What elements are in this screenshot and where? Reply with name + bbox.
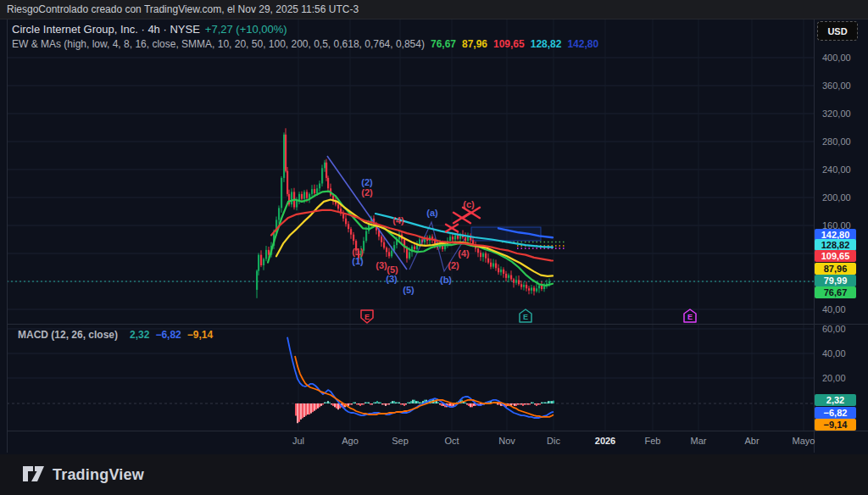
macd-histogram-bar [358, 403, 359, 404]
time-axis-label: 2026 [595, 436, 615, 446]
candle-body [324, 163, 326, 169]
macd-histogram-bar [470, 403, 471, 407]
currency-toggle-button[interactable]: USD [817, 21, 858, 41]
legend-value: 109,65 [493, 38, 525, 50]
candle-body [298, 194, 300, 200]
time-axis-label: Mar [691, 436, 707, 446]
candle-body [306, 192, 308, 197]
candle-body [388, 252, 390, 256]
macd-histogram-bar [514, 403, 515, 406]
macd-histogram-bar [549, 401, 551, 403]
candle-body [485, 253, 487, 259]
macd-histogram-bar [410, 401, 412, 403]
wave-label[interactable]: (1) [352, 256, 363, 266]
candle-body [500, 270, 502, 272]
macd-histogram-bar [449, 403, 451, 406]
macd-histogram-bar [468, 403, 470, 406]
macd-legend: MACD (12, 26, close)2,32−6,82−9,14 [12, 329, 213, 341]
macd-histogram-bar [305, 403, 307, 416]
macd-histogram-bar [407, 403, 409, 403]
candle-body [518, 280, 520, 284]
wave-label[interactable]: (2) [361, 187, 372, 197]
time-axis-label: Sep [392, 436, 409, 446]
candle-body [256, 271, 258, 290]
time-axis-label: Abr [744, 436, 759, 446]
macd-title[interactable]: MACD (12, 26, close) [18, 329, 118, 341]
wave-label[interactable]: (5) [403, 285, 414, 295]
candle-body [503, 270, 504, 274]
macd-histogram-bar [297, 403, 298, 423]
macd-histogram-bar [405, 403, 407, 404]
candle-body [337, 204, 339, 209]
macd-histogram-bar [522, 403, 524, 406]
price-axis-tick: 320,00 [822, 108, 851, 119]
candle-body [515, 280, 517, 282]
candle-body [508, 275, 509, 278]
macd-histogram-bar [314, 403, 315, 411]
macd-histogram-bar [415, 401, 417, 403]
indicator-title[interactable]: EW & MAs (high, low, 4, 8, 16, close, SM… [12, 38, 425, 50]
candle-body [467, 236, 469, 241]
macd-histogram-bar [395, 403, 397, 403]
pane-divider[interactable] [7, 324, 868, 325]
macd-histogram-bar [317, 403, 319, 409]
macd-histogram-bar [497, 403, 498, 404]
macd-histogram-bar [403, 403, 405, 406]
macd-histogram-bar [373, 403, 375, 403]
wave-label[interactable]: (2) [448, 260, 459, 270]
tradingview-chart-window: { "attribution": "RiesgoControlado cread… [0, 0, 868, 495]
legend-value: 87,96 [462, 38, 487, 50]
macd-signal-line [295, 356, 554, 417]
macd-histogram-bar [527, 403, 529, 404]
wave-label[interactable]: (4) [458, 248, 469, 259]
wave-label[interactable]: (a) [426, 208, 437, 218]
macd-histogram-bar [319, 403, 320, 407]
chart-surface[interactable]: EEE [0, 0, 868, 495]
macd-histogram-bar [441, 403, 442, 406]
candle-body [348, 224, 349, 229]
candle-body [480, 253, 481, 257]
macd-histogram-bar [356, 403, 358, 404]
tradingview-logo[interactable]: TradingView [22, 464, 144, 485]
wave-label[interactable]: (2) [361, 177, 372, 187]
macd-histogram-bar [385, 403, 387, 406]
candle-body [538, 286, 540, 288]
tradingview-logo-icon [22, 464, 45, 485]
wave-label[interactable]: (b) [440, 275, 452, 285]
candle-body [482, 253, 484, 257]
macd-histogram-bar [398, 403, 400, 403]
macd-axis-tick: 20,00 [822, 373, 846, 383]
candle-body [283, 135, 285, 178]
time-axis-label: Dic [547, 436, 560, 446]
macd-histogram-bar [392, 401, 393, 403]
macd-axis-tick: 40,00 [822, 348, 846, 359]
macd-histogram-bar [387, 403, 388, 404]
macd-histogram-bar [388, 403, 390, 404]
candle-body [523, 285, 525, 286]
symbol-title[interactable]: Circle Internet Group, Inc. · 4h · NYSE [12, 23, 200, 36]
candle-body [465, 237, 466, 241]
time-axis-label: Oct [444, 436, 459, 446]
macd-histogram-bar [295, 403, 297, 416]
wave-label[interactable]: (c) [463, 199, 474, 209]
legend-value: 76,67 [431, 38, 456, 50]
candle-body [316, 188, 318, 193]
candle-body [513, 280, 515, 283]
candle-body [301, 194, 303, 199]
time-axis-label: Nov [498, 436, 515, 446]
wave-label[interactable]: (4) [392, 215, 403, 225]
pane-left-border [7, 19, 8, 453]
price-axis-tick: 240,00 [822, 164, 851, 175]
time-axis-separator[interactable] [7, 431, 868, 431]
macd-histogram-bar [532, 403, 534, 403]
macd-histogram-bar [420, 403, 422, 403]
macd-histogram-bar [473, 403, 475, 406]
candle-body [386, 248, 387, 252]
wave-label[interactable]: (3) [376, 260, 387, 270]
wave-label[interactable]: (3) [386, 274, 397, 284]
macd-histogram-bar [376, 401, 378, 403]
macd-histogram-bar [307, 403, 309, 414]
candle-body [350, 229, 352, 235]
price-change: +7,27 (+10,00%) [205, 23, 287, 36]
indicator-values: 76,6787,96109,65128,82142,80 [425, 38, 598, 50]
